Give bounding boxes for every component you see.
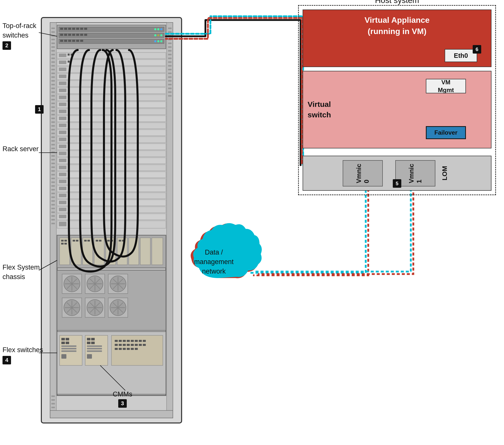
svg-rect-223 bbox=[108, 298, 128, 317]
svg-rect-133 bbox=[57, 109, 166, 115]
svg-rect-56 bbox=[51, 223, 55, 224]
svg-rect-16 bbox=[51, 73, 55, 74]
svg-rect-261 bbox=[131, 344, 134, 346]
svg-rect-68 bbox=[168, 50, 172, 52]
svg-rect-97 bbox=[72, 28, 75, 30]
svg-rect-103 bbox=[68, 34, 71, 36]
svg-rect-144 bbox=[59, 145, 66, 148]
virtual-switch-area: Virtual switch VM Mgmt Failover bbox=[303, 71, 491, 148]
svg-rect-187 bbox=[99, 240, 101, 242]
svg-rect-12 bbox=[51, 58, 55, 59]
svg-rect-24 bbox=[51, 103, 55, 104]
svg-rect-232 bbox=[66, 338, 69, 340]
svg-rect-34 bbox=[51, 140, 55, 142]
svg-rect-122 bbox=[59, 68, 66, 71]
svg-rect-159 bbox=[57, 200, 166, 206]
flex-chassis-label: Flex System chassis bbox=[3, 263, 40, 282]
svg-rect-137 bbox=[57, 123, 166, 129]
svg-rect-105 bbox=[76, 34, 79, 36]
svg-rect-7 bbox=[51, 39, 55, 40]
svg-rect-60 bbox=[51, 407, 55, 408]
svg-rect-0 bbox=[41, 18, 182, 423]
svg-rect-255 bbox=[139, 340, 142, 342]
svg-rect-136 bbox=[59, 117, 66, 120]
svg-rect-5 bbox=[51, 31, 55, 33]
svg-rect-211 bbox=[62, 298, 82, 317]
svg-rect-269 bbox=[131, 348, 134, 350]
svg-rect-169 bbox=[60, 238, 70, 265]
svg-rect-167 bbox=[57, 235, 166, 395]
svg-rect-64 bbox=[168, 35, 172, 37]
svg-rect-75 bbox=[168, 76, 172, 78]
svg-point-206 bbox=[110, 276, 126, 292]
svg-point-92 bbox=[157, 40, 159, 42]
svg-line-215 bbox=[67, 303, 77, 313]
svg-rect-99 bbox=[80, 28, 83, 30]
svg-rect-229 bbox=[57, 332, 166, 394]
svg-line-204 bbox=[90, 279, 100, 289]
svg-rect-199 bbox=[85, 274, 105, 294]
svg-rect-256 bbox=[143, 340, 146, 342]
svg-rect-22 bbox=[51, 95, 55, 97]
svg-point-88 bbox=[154, 34, 156, 36]
svg-rect-149 bbox=[57, 165, 166, 171]
vm-mgmt-box: VM Mgmt bbox=[426, 79, 466, 93]
svg-rect-35 bbox=[51, 144, 55, 145]
vmnic-area: Vmnic 0 Vmnic 1 LOM 5 bbox=[303, 156, 491, 191]
svg-rect-50 bbox=[51, 200, 55, 202]
svg-rect-118 bbox=[57, 60, 166, 66]
svg-line-209 bbox=[113, 279, 123, 289]
svg-line-273 bbox=[39, 33, 57, 36]
svg-rect-190 bbox=[119, 240, 121, 242]
svg-rect-71 bbox=[168, 61, 172, 63]
svg-rect-123 bbox=[57, 74, 166, 80]
svg-rect-66 bbox=[168, 43, 172, 44]
svg-rect-78 bbox=[168, 88, 172, 89]
svg-rect-268 bbox=[127, 348, 130, 350]
svg-rect-234 bbox=[66, 342, 69, 344]
svg-rect-14 bbox=[51, 65, 55, 67]
cloud-label: Data / management network bbox=[194, 248, 234, 276]
svg-rect-49 bbox=[51, 196, 55, 198]
svg-rect-106 bbox=[80, 34, 83, 36]
svg-line-275 bbox=[39, 260, 57, 270]
svg-rect-173 bbox=[106, 238, 116, 265]
svg-rect-189 bbox=[110, 240, 113, 242]
svg-rect-115 bbox=[59, 54, 66, 57]
svg-rect-258 bbox=[119, 344, 122, 346]
svg-rect-3 bbox=[167, 23, 173, 418]
svg-rect-145 bbox=[57, 151, 166, 157]
svg-rect-266 bbox=[119, 348, 122, 350]
svg-rect-19 bbox=[51, 84, 55, 85]
svg-rect-186 bbox=[96, 240, 98, 242]
svg-point-93 bbox=[160, 40, 162, 42]
svg-line-228 bbox=[113, 303, 123, 313]
svg-rect-141 bbox=[57, 137, 166, 143]
svg-rect-98 bbox=[76, 28, 79, 30]
svg-rect-140 bbox=[59, 131, 66, 134]
svg-rect-184 bbox=[84, 240, 87, 242]
svg-point-218 bbox=[87, 300, 103, 316]
svg-rect-230 bbox=[60, 335, 82, 365]
svg-rect-27 bbox=[51, 114, 55, 115]
svg-rect-46 bbox=[51, 185, 55, 187]
svg-rect-192 bbox=[57, 270, 166, 330]
svg-rect-65 bbox=[168, 39, 172, 40]
failover-box: Failover bbox=[426, 126, 466, 139]
svg-rect-116 bbox=[68, 54, 70, 56]
svg-rect-51 bbox=[51, 204, 55, 205]
virtual-appliance-box: Virtual Appliance (running in VM) Eth0 6 bbox=[303, 10, 491, 67]
svg-rect-172 bbox=[94, 238, 104, 265]
svg-rect-95 bbox=[64, 28, 67, 30]
svg-rect-191 bbox=[122, 240, 124, 242]
svg-rect-243 bbox=[91, 342, 95, 344]
svg-point-89 bbox=[157, 34, 159, 36]
svg-rect-247 bbox=[87, 354, 92, 359]
svg-point-194 bbox=[64, 276, 80, 292]
svg-rect-114 bbox=[57, 53, 166, 59]
badge-6: 6 bbox=[473, 45, 481, 54]
svg-rect-238 bbox=[61, 354, 66, 359]
svg-rect-25 bbox=[51, 106, 55, 108]
svg-rect-109 bbox=[64, 40, 67, 42]
svg-rect-29 bbox=[51, 121, 55, 123]
